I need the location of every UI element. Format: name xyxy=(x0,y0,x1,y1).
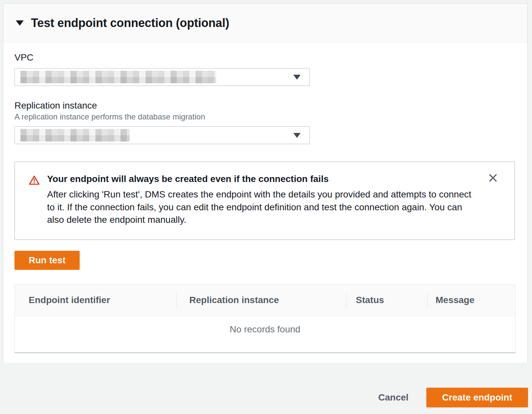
test-results-table: Endpoint identifier Replication instance… xyxy=(14,284,516,353)
cancel-button[interactable]: Cancel xyxy=(378,392,409,403)
section-collapse-caret-icon xyxy=(16,20,24,26)
replication-instance-description: A replication instance performs the data… xyxy=(14,112,514,121)
warning-body-text: After clicking 'Run test', DMS creates t… xyxy=(47,188,475,226)
warning-triangle-icon xyxy=(29,175,40,185)
warning-content: Your endpoint will always be created eve… xyxy=(47,173,475,226)
replication-instance-label: Replication instance xyxy=(14,101,514,110)
create-endpoint-button[interactable]: Create endpoint xyxy=(426,388,528,407)
run-test-button[interactable]: Run test xyxy=(14,251,80,270)
replication-instance-select[interactable] xyxy=(14,126,310,144)
warning-alert: Your endpoint will always be created eve… xyxy=(14,162,515,240)
vpc-label: VPC xyxy=(14,53,514,62)
dropdown-caret-icon xyxy=(293,75,301,80)
column-header-message: Message xyxy=(427,285,515,316)
close-icon[interactable] xyxy=(486,170,500,185)
vpc-selected-value-redacted xyxy=(20,71,216,83)
dropdown-caret-icon xyxy=(293,133,301,138)
test-endpoint-connection-panel: Test endpoint connection (optional) VPC … xyxy=(3,3,528,366)
column-header-endpoint-identifier: Endpoint identifier xyxy=(15,285,176,316)
vpc-field: VPC xyxy=(14,53,514,86)
empty-state-text: No records found xyxy=(230,324,301,352)
section-title: Test endpoint connection (optional) xyxy=(31,16,229,30)
warning-title: Your endpoint will always be created eve… xyxy=(47,173,475,185)
replication-selected-value-redacted xyxy=(20,129,130,142)
footer-action-bar: Cancel Create endpoint xyxy=(0,363,532,414)
column-header-status: Status xyxy=(346,285,427,316)
section-header-toggle[interactable]: Test endpoint connection (optional) xyxy=(3,4,527,42)
vpc-select[interactable] xyxy=(14,68,310,86)
replication-instance-field: Replication instance A replication insta… xyxy=(14,101,514,144)
column-header-replication-instance: Replication instance xyxy=(176,285,346,316)
table-body: No records found xyxy=(15,316,515,352)
panel-body: VPC Replication instance A replication i… xyxy=(3,42,527,366)
table-header-row: Endpoint identifier Replication instance… xyxy=(15,285,515,316)
